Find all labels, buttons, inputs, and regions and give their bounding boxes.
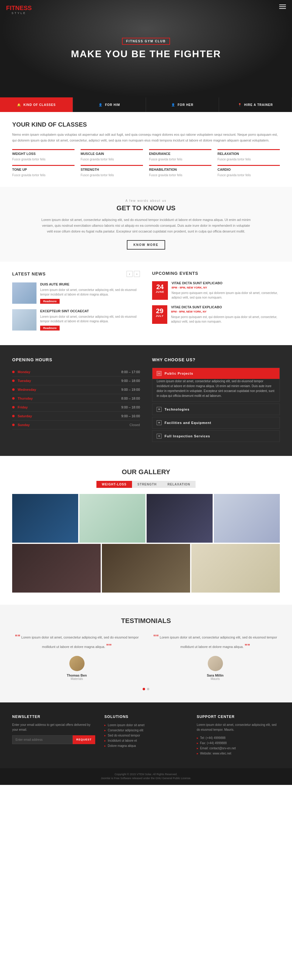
news-text: Lorem ipsum dolor sit amet, consectetur …: [40, 288, 140, 297]
accordion-plus-icon: +: [157, 420, 162, 425]
dot-1[interactable]: [143, 688, 145, 690]
gallery-tab-weightloss[interactable]: WEIGHT-LOSS: [97, 481, 132, 488]
hour-day: Monday: [17, 370, 42, 374]
news-readmore-button-2[interactable]: Readmore: [40, 326, 60, 331]
dot-2[interactable]: [147, 688, 149, 690]
event-text: Neque porro quisquam est, qui dolorem ip…: [171, 291, 280, 300]
testimonial-item-1: Lorem ipsum dolor sit amet, consectetur …: [12, 632, 141, 680]
hour-row-sunday: Sunday Closed: [12, 421, 140, 430]
accordion-item-2: + Technologies: [152, 404, 280, 415]
hour-row-monday: Monday 8:00 – 17:00: [12, 368, 140, 377]
hour-time: 8:00 – 18:00: [121, 396, 140, 400]
know-more-button[interactable]: KNOW MORE: [127, 240, 165, 250]
accordion-title-3: Facilities and Equipment: [165, 421, 211, 425]
gallery-tab-relaxation[interactable]: RELAXATION: [162, 481, 195, 488]
logo-style: STYLE: [6, 11, 32, 14]
news-prev-button[interactable]: ‹: [127, 271, 133, 277]
hour-dot: [12, 380, 14, 382]
testimonial-role-2: Mauris: [151, 677, 280, 681]
accordion-plus-icon: +: [157, 434, 162, 439]
hour-day: Thursday: [17, 396, 42, 400]
hero-content: FITNESS GYM CLUB MAKE YOU BE THE FIGHTER: [71, 38, 221, 60]
news-readmore-button-1[interactable]: Readmore: [40, 299, 60, 304]
solutions-heading: SOLUTIONS: [104, 714, 187, 719]
news-next-button[interactable]: ›: [134, 271, 140, 277]
nav-him-label: FOR HIM: [105, 103, 120, 107]
gallery-tabs: WEIGHT-LOSS STRENGTH RELAXATION: [12, 481, 280, 488]
event-text: Neque porro quisquam est, qui dolorem ip…: [171, 315, 280, 324]
classes-heading: YOUR KIND OF CLASSES: [12, 121, 280, 128]
gallery-tab-strength[interactable]: STRENGTH: [132, 481, 162, 488]
copyright-line2: Joomla! is Free Software released under …: [12, 776, 280, 781]
accordion-header-1[interactable]: – Public Projects: [152, 368, 279, 379]
news-header: LATEST NEWS ‹ ›: [12, 271, 140, 277]
event-item-2: 29 JULY VITAE DICTA SUNT EXPLICABO 8PM -…: [152, 305, 280, 324]
class-title: MUSCLE GAIN: [81, 152, 143, 156]
gallery-image-1[interactable]: [12, 494, 78, 542]
gallery-section: OUR GALLERY WEIGHT-LOSS STRENGTH RELAXAT…: [0, 456, 292, 605]
hour-row-thursday: Thursday 8:00 – 18:00: [12, 394, 140, 403]
hour-day: Saturday: [17, 414, 42, 418]
newsletter-email-input[interactable]: [12, 735, 73, 744]
news-item: EXCEPTEUR SINT OCCAECAT Lorem ipsum dolo…: [12, 309, 140, 331]
accordion-title-1: Public Projects: [165, 372, 193, 375]
classes-section: YOUR KIND OF CLASSES Nemo enim ipsam vol…: [0, 112, 292, 187]
event-meta: 8PM - 9PM, NEW YORK, NY: [171, 310, 280, 313]
nav-her-label: FOR HER: [178, 103, 194, 107]
hero-section: FITNESS STYLE FITNESS GYM CLUB MAKE YOU …: [0, 0, 292, 97]
testimonials-heading: TESTIMONIALS: [12, 617, 280, 625]
testimonials-section: TESTIMONIALS Lorem ipsum dolor sit amet,…: [0, 605, 292, 702]
accordion-item-1: – Public Projects Lorem ipsum dolor sit …: [152, 368, 280, 402]
accordion-item-4: + Full Inspection Services: [152, 430, 280, 442]
news-content-2: EXCEPTEUR SINT OCCAECAT Lorem ipsum dolo…: [40, 309, 140, 331]
solution-item-2: Consectetur adipiscing elit: [104, 728, 187, 733]
accordion-title-2: Technologies: [165, 407, 189, 411]
solutions-list: Lorem ipsum dolor sit amet Consectetur a…: [104, 722, 187, 748]
solution-item-3: Sed do eiusmod tempor: [104, 733, 187, 738]
testimonial-role-1: Materials: [12, 677, 141, 681]
gallery-image-6[interactable]: [102, 544, 190, 593]
gallery-image-3[interactable]: [147, 494, 213, 542]
hour-row-friday: Friday 9:00 – 18:00: [12, 403, 140, 412]
testimonials-grid: Lorem ipsum dolor sit amet, consectetur …: [12, 632, 280, 680]
gallery-image-7[interactable]: [191, 544, 280, 593]
accordion-plus-icon: +: [157, 407, 162, 412]
accordion-header-3[interactable]: + Facilities and Equipment: [152, 417, 279, 428]
event-title: VITAE DICTA SUNT EXPLICABO: [171, 281, 280, 285]
gallery-image-4[interactable]: [214, 494, 280, 542]
event-title: VITAE DICTA SUNT EXPLICABO: [171, 305, 280, 309]
events-column: UPCOMING EVENTS 24 JUNE VITAE DICTA SUNT…: [152, 271, 280, 336]
gallery-heading: OUR GALLERY: [12, 468, 280, 476]
support-email: Email: contact@srv-en.net: [197, 746, 280, 751]
accordion-body-1: Lorem ipsum dolor sit amet, consectetur …: [152, 379, 279, 401]
menu-button[interactable]: [279, 5, 286, 9]
class-desc: Fusce gravida tortor felis: [12, 157, 75, 162]
class-title: ENDURANCE: [149, 152, 211, 156]
news-image-2: [12, 309, 36, 331]
accordion-header-4[interactable]: + Full Inspection Services: [152, 431, 279, 442]
why-column: WHY CHOOSE US? – Public Projects Lorem i…: [152, 357, 280, 444]
support-text: Lorem ipsum dolor sit amet, consectetur …: [197, 722, 280, 732]
nav-kind-of-classes[interactable]: 🔔 KIND OF CLASSES: [0, 97, 73, 112]
gallery-image-5[interactable]: [12, 544, 101, 593]
support-fax: Fax: (+44) 4999888: [197, 740, 280, 746]
support-website: Website: www.vitec.net: [197, 751, 280, 756]
class-item: STRENGTH Fusce gravida tortor felis: [81, 165, 143, 178]
nav-for-her[interactable]: 👤 FOR HER: [146, 97, 219, 112]
class-desc: Fusce gravida tortor felis: [149, 173, 211, 178]
hour-time: 9:00 – 16:00: [121, 414, 140, 418]
about-text: Lorem ipsum dolor sit amet, consectetur …: [40, 217, 252, 234]
newsletter-submit-button[interactable]: REQUEST: [73, 735, 95, 744]
class-item: CARDIO Fusce gravida tortor felis: [217, 165, 280, 178]
hour-dot: [12, 415, 14, 417]
class-title: TONE UP: [12, 168, 75, 171]
news-image-1: [12, 282, 36, 304]
hour-time-closed: Closed: [130, 423, 140, 427]
logo[interactable]: FITNESS STYLE: [6, 5, 32, 14]
gallery-image-2[interactable]: [79, 494, 145, 542]
classes-intro: Nemo enim ipsam voluptatem quia voluptas…: [12, 132, 280, 143]
nav-hire-trainer[interactable]: 📍 HIRE A TRAINER: [219, 97, 292, 112]
accordion-header-2[interactable]: + Technologies: [152, 404, 279, 415]
hour-row-tuesday: Tuesday 9:00 – 18:00: [12, 377, 140, 385]
nav-for-him[interactable]: 👤 FOR HIM: [73, 97, 146, 112]
